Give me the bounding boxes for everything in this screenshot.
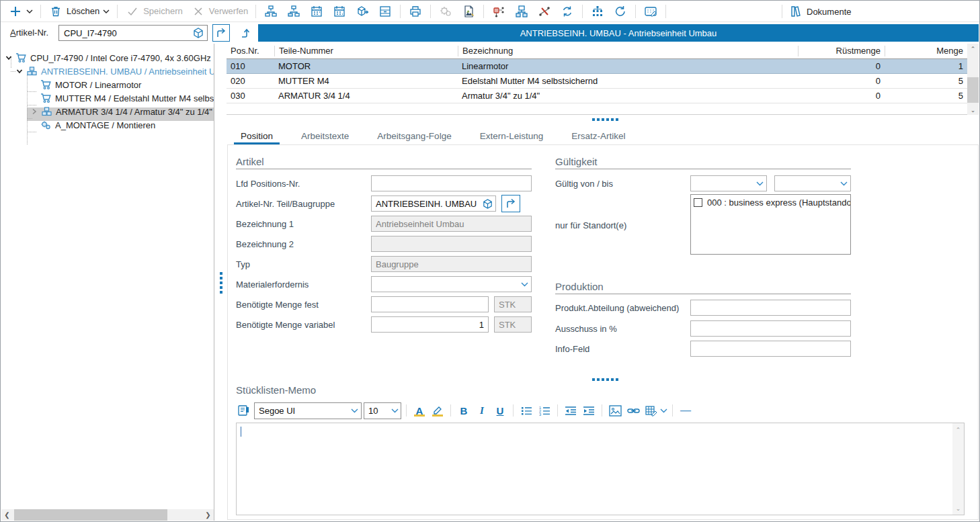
insert-link-icon[interactable] [625, 402, 641, 419]
tree-item-mutter[interactable]: MUTTER M4 / Edelstahl Mutter M4 selbstsi… [40, 91, 214, 105]
tree-item-armatur[interactable]: ARMATUR 3/4 1/4 / Armatur 3/4" zu 1/4" [31, 105, 214, 118]
menge-variabel-input[interactable] [372, 317, 488, 332]
tree-item-cpu[interactable]: CPU_I7-4790 / Intel Core i7-4790, 4x 3.6… [5, 51, 214, 64]
article-number-input[interactable] [64, 28, 192, 38]
standort-option[interactable]: 000 : business express (Hauptstandort) [691, 195, 850, 210]
col-header-name[interactable]: Bezeichnung [458, 46, 798, 56]
chevron-down-icon[interactable] [753, 181, 766, 186]
tree-item-antriebseinheit[interactable]: ANTRIEBSEINH. UMBAU / Antriebseinheit Um… [16, 64, 214, 78]
table-row[interactable]: 030 ARMATUR 3/4 1/4 Armatur 3/4" zu 1/4"… [227, 89, 967, 103]
bom-structure-button[interactable] [260, 2, 282, 21]
horizontal-splitter[interactable] [592, 118, 618, 121]
panel-config-button[interactable] [640, 2, 661, 21]
scroll-up-icon[interactable]: ⌃ [967, 44, 979, 54]
outdent-icon[interactable] [563, 402, 579, 419]
hierarchy-button[interactable] [587, 2, 608, 21]
chevron-down-icon[interactable] [518, 282, 531, 287]
table-vertical-scrollbar[interactable]: ⌃ ⌄ [967, 44, 979, 115]
gueltig-von-combo[interactable] [690, 175, 767, 191]
disconnect-button[interactable] [534, 2, 555, 21]
table-row[interactable]: 010 MOTOR Linearmotor 0 1 [227, 59, 967, 74]
bom-structure2-button[interactable] [283, 2, 304, 21]
new-button[interactable] [5, 2, 36, 21]
table-row[interactable]: 020 MUTTER M4 Edelstahl Mutter M4 selbst… [227, 74, 967, 89]
font-family-combo[interactable]: Segoe UI [254, 402, 362, 419]
chevron-down-icon[interactable] [837, 181, 850, 186]
produkt-abteilung-input[interactable] [691, 300, 850, 315]
col-header-pos[interactable]: Pos.Nr. [227, 46, 274, 56]
tab-arbeitstexte[interactable]: Arbeitstexte [294, 127, 356, 144]
goto-article-button[interactable] [212, 24, 230, 42]
refresh-button[interactable] [610, 2, 631, 21]
chevron-down-icon[interactable] [660, 408, 667, 413]
gueltig-bis-combo[interactable] [774, 175, 851, 191]
scrollbar-thumb[interactable] [14, 509, 167, 521]
documents-button[interactable]: Dokumente [785, 2, 854, 21]
archive-button[interactable] [374, 2, 396, 21]
col-header-setup-qty[interactable]: Rüstmenge [798, 46, 885, 56]
standort-listbox[interactable]: 000 : business express (Hauptstandort) [690, 194, 851, 255]
scrollbar-thumb[interactable] [967, 77, 979, 103]
tab-position[interactable]: Position [234, 127, 280, 144]
go-up-level-button[interactable] [237, 24, 255, 42]
italic-button[interactable]: I [474, 402, 490, 419]
horizontal-splitter[interactable] [592, 378, 618, 381]
bullet-list-icon[interactable] [518, 402, 534, 419]
chevron-collapsed-icon[interactable] [31, 108, 38, 115]
scroll-up-icon[interactable]: ⌃ [952, 425, 964, 435]
col-header-qty[interactable]: Menge [885, 46, 967, 56]
scroll-down-icon[interactable]: ⌄ [967, 105, 979, 115]
text-blocks-icon[interactable] [236, 402, 252, 419]
vertical-splitter[interactable] [220, 272, 223, 296]
insert-image-icon[interactable] [607, 402, 623, 419]
report-button[interactable] [458, 2, 479, 21]
tree-item-montage[interactable]: A_MONTAGE / Montieren [40, 118, 214, 132]
discard-button[interactable]: Verwerfen [188, 2, 252, 21]
delete-button[interactable]: Löschen [45, 2, 113, 21]
italic-letter: I [480, 405, 484, 417]
scroll-left-icon[interactable]: ❮ [1, 509, 13, 521]
font-color-button[interactable]: A [411, 402, 427, 419]
tree-item-motor[interactable]: MOTOR / Linearmotor [40, 78, 214, 91]
calendar2-button[interactable] [329, 2, 350, 21]
process-button[interactable] [435, 2, 456, 21]
cube-icon[interactable] [482, 198, 495, 210]
memo-textarea[interactable]: ⌃ ⌄ [236, 423, 965, 515]
scroll-down-icon[interactable]: ⌄ [952, 503, 964, 513]
cube-icon[interactable] [192, 27, 204, 39]
col-header-part[interactable]: Teile-Nummer [274, 46, 458, 56]
materialerfordernis-combo[interactable] [371, 276, 532, 292]
tab-extern-leistung[interactable]: Extern-Leistung [473, 127, 550, 144]
chevron-down-icon[interactable] [389, 408, 401, 413]
memo-scrollbar[interactable]: ⌃ ⌄ [952, 423, 964, 515]
chevron-expanded-icon[interactable] [5, 54, 12, 61]
export-box-button[interactable] [352, 2, 373, 21]
chevron-down-icon[interactable] [348, 408, 361, 413]
tab-arbeitsgang-folge[interactable]: Arbeitsgang-Folge [370, 127, 458, 144]
numbered-list-icon[interactable]: 123 [536, 402, 553, 419]
artikelnr-teil-value[interactable]: ANTRIEBSEINH. UMBAU [372, 199, 482, 209]
font-size-combo[interactable]: 10 [364, 402, 401, 419]
calendar-button[interactable] [306, 2, 327, 21]
horizontal-rule-button[interactable]: — [678, 402, 694, 419]
chevron-expanded-icon[interactable] [16, 68, 23, 75]
menge-fest-input[interactable] [372, 297, 488, 312]
info-feld-input[interactable] [691, 341, 850, 356]
underline-button[interactable]: U [492, 402, 508, 419]
insert-table-icon[interactable] [643, 402, 659, 419]
lfd-pos-input[interactable] [372, 176, 531, 191]
scroll-right-icon[interactable]: ❯ [202, 509, 214, 521]
goto-part-button[interactable] [501, 195, 520, 212]
standort-checkbox[interactable] [694, 198, 702, 207]
tree-horizontal-scrollbar[interactable]: ❮ ❯ [1, 509, 214, 521]
recycle-button[interactable] [557, 2, 578, 21]
indent-icon[interactable] [581, 402, 597, 419]
tab-ersatz-artikel[interactable]: Ersatz-Artikel [565, 127, 632, 144]
network-button[interactable] [511, 2, 532, 21]
node-link-button[interactable] [488, 2, 509, 21]
save-button[interactable]: Speichern [122, 2, 186, 21]
highlight-button[interactable] [430, 402, 446, 419]
bold-button[interactable]: B [456, 402, 472, 419]
ausschuss-input[interactable] [691, 321, 850, 336]
print-button[interactable] [405, 2, 426, 21]
